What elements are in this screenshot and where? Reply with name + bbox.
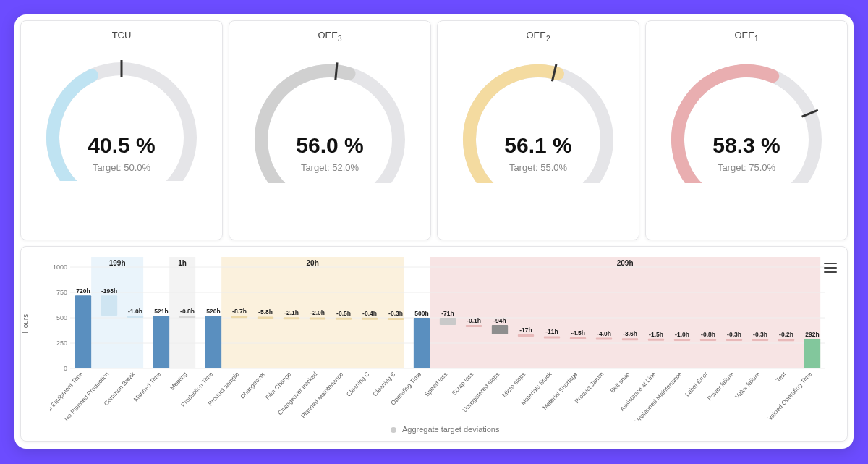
svg-text:-1.0h: -1.0h [675,331,689,338]
svg-text:Manned Time: Manned Time [132,370,163,402]
gauge-target: Target: 75.0% [646,162,847,173]
svg-text:-2.1h: -2.1h [284,309,299,316]
svg-rect-10 [430,257,820,368]
svg-text:-0.4h: -0.4h [362,310,377,317]
svg-text:Meeting: Meeting [169,370,189,391]
svg-text:-0.5h: -0.5h [336,310,351,317]
svg-rect-34 [179,316,195,318]
svg-text:Micro stops: Micro stops [501,371,527,399]
legend-dot-icon [391,427,396,433]
svg-rect-49 [310,317,326,319]
svg-text:Changeover: Changeover [239,371,267,400]
svg-rect-46 [284,317,299,319]
y-axis-label: Hours [22,314,30,334]
gauge-value: 58.3 % [646,133,847,158]
svg-text:-71h: -71h [441,310,454,317]
svg-text:-0.3h: -0.3h [388,310,403,317]
gauge-title: OEE1 [734,30,758,43]
svg-text:-3.6h: -3.6h [623,330,637,337]
svg-rect-103 [778,339,794,341]
svg-text:250: 250 [56,339,67,347]
svg-rect-55 [362,318,378,320]
svg-rect-64 [440,318,456,325]
gauge-target: Target: 52.0% [229,162,430,173]
gauges-row: TCU40.5 %Target: 50.0%OEE356.0 %Target: … [20,20,848,240]
svg-rect-70 [492,325,508,334]
svg-text:-5.8h: -5.8h [258,308,273,316]
gauge-card: OEE356.0 %Target: 52.0% [229,20,431,240]
svg-rect-88 [648,339,664,341]
svg-text:-4.0h: -4.0h [597,330,611,337]
svg-text:750: 750 [56,289,67,296]
svg-rect-28 [127,316,143,318]
svg-text:-4.5h: -4.5h [571,329,585,337]
svg-text:Valued Operating Time: Valued Operating Time [766,370,813,421]
svg-rect-40 [231,316,247,318]
svg-text:Test: Test [775,370,788,384]
gauge-card: TCU40.5 %Target: 50.0% [20,20,223,240]
svg-text:-2.0h: -2.0h [310,309,325,316]
svg-text:521h: 521h [154,308,168,315]
svg-text:-94h: -94h [493,317,506,324]
svg-text:199h: 199h [109,259,126,267]
svg-text:0: 0 [64,365,67,372]
svg-text:-1.5h: -1.5h [649,331,663,338]
svg-text:Label Error: Label Error [684,371,710,398]
svg-text:500h: 500h [414,310,428,317]
svg-rect-94 [700,339,716,341]
chart-menu-icon[interactable] [824,263,837,273]
svg-rect-76 [544,336,560,338]
gauge-card: OEE158.3 %Target: 75.0% [645,20,848,240]
svg-rect-106 [804,339,820,368]
svg-rect-73 [518,334,534,337]
dashboard-panel: TCU40.5 %Target: 50.0%OEE356.0 %Target: … [14,14,854,449]
gauge-title: TCU [112,30,132,41]
gauge-target: Target: 50.0% [21,162,222,173]
svg-text:Valve failure: Valve failure [733,370,761,400]
svg-rect-85 [622,338,638,340]
svg-text:720h: 720h [76,287,90,295]
svg-text:-0.8h: -0.8h [701,331,715,338]
waterfall-svg: 199h1h20h209h02505007501000720hTotal Equ… [50,254,838,421]
svg-text:No Planned Production: No Planned Production [63,370,111,421]
svg-text:520h: 520h [206,308,220,315]
svg-rect-79 [570,337,586,339]
svg-rect-25 [101,295,117,316]
gauge-target: Target: 55.0% [438,162,639,173]
svg-rect-43 [258,316,273,319]
svg-text:-1.0h: -1.0h [128,308,142,315]
svg-rect-37 [205,316,221,368]
svg-rect-67 [466,325,482,327]
svg-rect-97 [726,339,742,341]
svg-rect-22 [75,295,91,368]
svg-text:20h: 20h [307,259,319,267]
svg-rect-61 [414,318,430,368]
gauge-title: OEE2 [526,30,550,43]
svg-text:Unplanned Maintenance: Unplanned Maintenance [633,370,683,421]
chart-legend: Aggregate target deviations [50,425,840,434]
gauge-value: 40.5 % [21,133,222,158]
svg-text:Belt snap: Belt snap [608,370,631,394]
svg-text:Cleaning B: Cleaning B [371,370,396,397]
svg-text:-0.1h: -0.1h [467,317,481,324]
legend-label: Aggregate target deviations [402,425,500,434]
gauge-value: 56.1 % [438,133,639,158]
svg-text:Film Change: Film Change [264,370,293,401]
svg-text:Speed loss: Speed loss [423,371,449,398]
waterfall-chart: Hours 199h1h20h209h02505007501000720hTot… [20,246,848,442]
svg-text:-0.3h: -0.3h [727,331,741,338]
gauge-card: OEE256.1 %Target: 55.0% [437,20,639,240]
svg-text:Scrap loss: Scrap loss [450,371,475,397]
svg-text:1000: 1000 [53,263,67,271]
svg-rect-31 [153,316,169,368]
gauge-title: OEE3 [318,30,341,43]
svg-text:-0.2h: -0.2h [779,331,793,338]
svg-text:292h: 292h [805,331,819,338]
svg-rect-100 [752,339,768,341]
gauge-value: 56.0 % [229,133,430,158]
svg-text:209h: 209h [617,259,634,267]
svg-text:-0.3h: -0.3h [753,331,767,338]
svg-text:-11h: -11h [545,328,558,335]
svg-text:-17h: -17h [519,326,532,334]
svg-text:-198h: -198h [101,287,117,295]
